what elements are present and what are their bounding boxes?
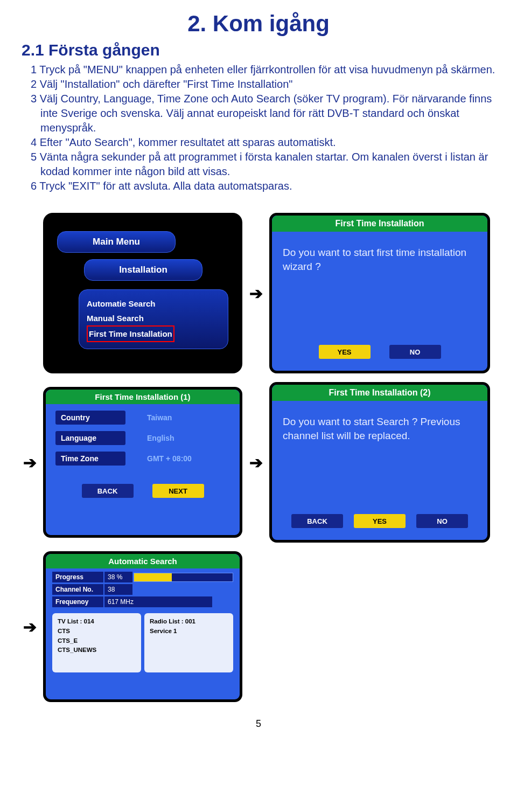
instruction-item: 2 Välj "Installation" och därefter "Firs…	[40, 77, 495, 92]
setting-value: GMT + 08:00	[147, 454, 192, 463]
setting-label: Language	[55, 431, 125, 445]
instructions-list: 1 Tryck på "MENU" knappen på enheten ell…	[40, 63, 495, 193]
instruction-item: 4 Efter "Auto Search", kommer resultatet…	[40, 135, 495, 150]
instruction-item: 6 Tryck "EXIT" för att avsluta. Alla dat…	[40, 179, 495, 193]
yes-button[interactable]: YES	[319, 345, 371, 359]
screenshot-automatic-search: Automatic Search Progress 38 % Channel N…	[43, 551, 242, 702]
frequency-row: Frequenoy 617 MHz	[52, 596, 233, 607]
dialog-message: Do you want to start Search ? Previous c…	[272, 401, 487, 504]
screenshot-search-confirm: First Time Installation (2) Do you want …	[269, 382, 490, 543]
submenu-item[interactable]: Manual Search	[87, 311, 220, 325]
setting-row[interactable]: Language English	[55, 431, 230, 445]
section-subtitle: 2.1 Första gången	[22, 41, 495, 59]
dialog-header: Automatic Search	[46, 554, 240, 568]
screenshot-install-settings: First Time Installation (1) Country Taiw…	[43, 387, 242, 538]
dialog-header: First Time Installation	[272, 216, 487, 232]
arrow-right-icon: ➔	[22, 453, 38, 472]
instruction-item: 3 Välj Country, Language, Time Zone och …	[40, 92, 495, 135]
dialog-header: First Time Installation (1)	[46, 390, 240, 404]
channel-row: Channel No. 38	[52, 584, 233, 595]
tv-list-box: TV List : 014 CTS CTS_E CTS_UNEWS	[52, 613, 141, 672]
dialog-message: Do you want to start first time installa…	[272, 232, 487, 335]
dialog-header: First Time Installation (2)	[272, 385, 487, 401]
submenu-panel: Automatie Search Manual Search First Tim…	[79, 289, 228, 349]
arrow-right-icon: ➔	[248, 453, 264, 472]
instruction-item: 1 Tryck på "MENU" knappen på enheten ell…	[40, 63, 495, 77]
arrow-right-icon: ➔	[248, 284, 264, 303]
channel-label: Channel No.	[52, 584, 103, 595]
progress-row: Progress 38 %	[52, 572, 233, 582]
list-item: CTS_E	[58, 636, 136, 646]
progress-value: 38 %	[104, 572, 132, 582]
next-button[interactable]: NEXT	[152, 484, 204, 498]
channel-value: 38	[104, 584, 132, 595]
submenu-item-selected[interactable]: First Time Installation	[87, 325, 174, 342]
setting-value: Taiwan	[147, 413, 172, 422]
back-button[interactable]: BACK	[82, 484, 134, 498]
list-item: CTS_UNEWS	[58, 646, 136, 655]
radio-list-header: Radio List : 001	[150, 617, 228, 627]
installation-pill[interactable]: Installation	[84, 259, 202, 281]
back-button[interactable]: BACK	[291, 514, 343, 528]
frequency-label: Frequenoy	[52, 596, 103, 607]
setting-label: Country	[55, 411, 125, 425]
setting-row[interactable]: Time Zone GMT + 08:00	[55, 452, 230, 466]
submenu-item[interactable]: Automatie Search	[87, 296, 220, 311]
instruction-item: 5 Vänta några sekunder på att programmet…	[40, 150, 495, 179]
list-item: CTS	[58, 627, 136, 636]
page-number: 5	[22, 718, 495, 730]
screenshot-main-menu: Main Menu Installation Automatie Search …	[43, 213, 242, 373]
list-item: Service 1	[150, 627, 228, 636]
setting-value: English	[147, 434, 174, 442]
no-button[interactable]: NO	[389, 345, 441, 359]
no-button[interactable]: NO	[416, 514, 468, 528]
page-title: 2. Kom igång	[22, 11, 495, 37]
tv-list-header: TV List : 014	[58, 617, 136, 627]
frequency-value: 617 MHz	[104, 596, 212, 607]
arrow-right-icon: ➔	[22, 617, 38, 636]
setting-label: Time Zone	[55, 452, 125, 466]
setting-row[interactable]: Country Taiwan	[55, 411, 230, 425]
yes-button[interactable]: YES	[354, 514, 406, 528]
radio-list-box: Radio List : 001 Service 1	[144, 613, 233, 672]
progress-label: Progress	[52, 572, 103, 582]
main-menu-pill[interactable]: Main Menu	[57, 231, 176, 253]
progress-bar	[134, 573, 233, 582]
screenshot-first-install-dialog: First Time Installation Do you want to s…	[269, 213, 490, 373]
